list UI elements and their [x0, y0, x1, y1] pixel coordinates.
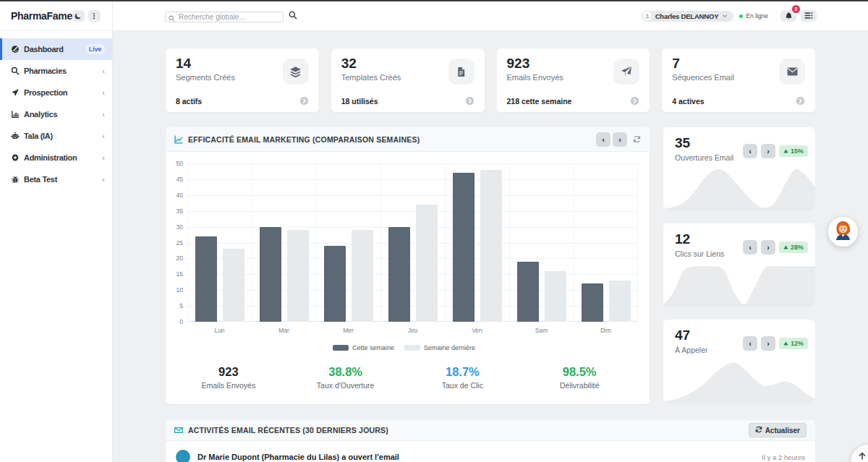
- gauge-icon: [10, 45, 20, 54]
- user-menu-button[interactable]: Charles DELANNOY: [642, 11, 734, 22]
- y-axis-tick: 40: [176, 192, 183, 199]
- chevron-left-icon: ‹: [102, 88, 105, 97]
- sidebar-menu-button[interactable]: [88, 10, 101, 22]
- sparkline-chart: [663, 261, 815, 306]
- v-gridline: [637, 163, 638, 322]
- chart-stats-row: 923Emails Envoyés38.8%Taux d'Ouverture18…: [170, 365, 638, 404]
- dark-mode-button[interactable]: [72, 10, 85, 22]
- live-badge: Live: [85, 44, 105, 54]
- y-axis-tick: 30: [176, 223, 183, 231]
- online-label: En ligne: [746, 12, 768, 20]
- chart-stat-0: 923Emails Envoyés: [170, 365, 287, 390]
- sidebar-item-beta-test[interactable]: Beta Test‹: [0, 168, 112, 190]
- activity-row: Dr Marie Dupont (Pharmacie du Lilas) a o…: [166, 441, 815, 462]
- bar-sam-s0: [517, 262, 539, 322]
- legend-swatch: [333, 345, 349, 351]
- bar-mar-s1: [287, 230, 309, 322]
- search-wrap: [165, 9, 284, 22]
- y-axis-tick: 5: [179, 302, 183, 309]
- sidebar-item-tala-ia[interactable]: Tala (IA)‹: [0, 125, 112, 147]
- stat-card-1: 32Templates Créés18 utilisés: [331, 48, 485, 112]
- trend-change-value: 15%: [791, 147, 804, 155]
- chevron-left-icon: ‹: [102, 153, 105, 162]
- chart-next-button[interactable]: ›: [613, 132, 627, 147]
- bar-jeu-s0: [388, 227, 410, 322]
- sidebar-item-label: Administration: [24, 153, 102, 162]
- kebab-icon: [90, 11, 98, 22]
- circle-chevron-right-icon[interactable]: [299, 96, 309, 106]
- sidebar-item-dashboard[interactable]: DashboardLive: [0, 38, 112, 60]
- trend-prev-button[interactable]: ‹: [743, 144, 757, 158]
- sparkline-chart: [663, 165, 815, 210]
- window-top-strip: [0, 0, 868, 1]
- stat-card-2: 923Emails Envoyés218 cette semaine: [497, 48, 650, 112]
- v-gridline: [316, 163, 317, 322]
- search-input[interactable]: [165, 12, 284, 22]
- bar-mar-s0: [260, 227, 281, 322]
- chevron-right-icon: ›: [767, 339, 770, 348]
- trend-prev-button[interactable]: ‹: [743, 240, 757, 254]
- chevron-right-icon: ›: [618, 135, 621, 144]
- circle-chevron-right-icon[interactable]: [465, 96, 475, 106]
- x-axis-label: Ven: [472, 327, 482, 334]
- activity-text: Dr Marie Dupont (Pharmacie du Lilas) a o…: [197, 450, 399, 461]
- chart-line-icon: [174, 135, 183, 144]
- trend-next-button[interactable]: ›: [761, 240, 775, 254]
- chevron-left-icon: ‹: [102, 132, 105, 140]
- sidebar-item-prospection[interactable]: Prospection‹: [0, 82, 112, 103]
- sidebar-item-analytics[interactable]: Analytics‹: [0, 103, 112, 125]
- bar-mer-s0: [324, 246, 346, 322]
- circle-chevron-right-icon[interactable]: [796, 96, 805, 106]
- refresh-activities-button[interactable]: Actualiser: [749, 423, 807, 437]
- y-axis-tick: 15: [176, 270, 183, 278]
- v-gridline: [187, 163, 188, 322]
- v-gridline: [252, 163, 252, 322]
- chart-plot-area: 05101520253035404550LunMarMerJeuVenSamDi…: [187, 163, 638, 334]
- trend-cards-column: 35Ouvertures Email‹›15%12Clics sur Liens…: [663, 127, 815, 404]
- send-icon: [10, 88, 20, 98]
- trend-change-value: 28%: [791, 244, 804, 251]
- chart-panel-title: EFFICACITÉ EMAIL MARKETING (COMPARAISON …: [188, 135, 420, 144]
- y-axis-tick: 35: [176, 208, 183, 215]
- gridline: [187, 322, 638, 322]
- bar-group-jeu: Jeu: [380, 163, 445, 322]
- y-axis-tick: 50: [176, 160, 183, 167]
- sidebar-item-pharmacies[interactable]: Pharmacies‹: [0, 60, 112, 82]
- stat-card-0: 14Segments Créés8 actifs: [166, 48, 319, 112]
- chart-panel-header: EFFICACITÉ EMAIL MARKETING (COMPARAISON …: [166, 127, 650, 152]
- sidebar-item-administration[interactable]: Administration‹: [0, 147, 112, 168]
- bar-group-ven: Ven: [445, 163, 509, 322]
- assistant-avatar-fab[interactable]: [828, 217, 858, 247]
- user-avatar-icon: [643, 12, 652, 20]
- list-menu-button[interactable]: [801, 10, 817, 22]
- bar-lun-s0: [195, 236, 217, 322]
- stat-footer-text: 8 actifs: [176, 97, 202, 106]
- notifications-button[interactable]: 2: [780, 10, 796, 22]
- chevron-left-icon: ‹: [602, 135, 605, 144]
- trend-next-button[interactable]: ›: [761, 144, 775, 158]
- refresh-icon: [755, 426, 762, 435]
- circle-chevron-right-icon[interactable]: [630, 96, 639, 106]
- gear-icon: [10, 153, 20, 163]
- sidebar: PharmaFame DashboardLivePharmacies‹Prosp…: [0, 1, 113, 462]
- chevron-down-icon: [722, 13, 728, 19]
- y-axis-tick: 25: [176, 239, 183, 247]
- chart-prev-button[interactable]: ‹: [596, 132, 610, 147]
- y-axis-tick: 0: [179, 318, 183, 325]
- stat-cards-row: 14Segments Créés8 actifs32Templates Créé…: [166, 48, 815, 112]
- chart-legend: Cette semaineSemaine dernière: [170, 344, 638, 351]
- bar-dim-s1: [609, 281, 631, 322]
- activity-avatar: [176, 450, 190, 462]
- trend-change-badge: 15%: [779, 145, 808, 157]
- trend-prev-button[interactable]: ‹: [743, 336, 757, 351]
- file-icon: [448, 59, 475, 85]
- search-submit-button[interactable]: [289, 11, 297, 22]
- chevron-left-icon: ‹: [102, 175, 105, 184]
- v-gridline: [445, 163, 446, 322]
- chart-stat-value: 98.5%: [521, 365, 638, 379]
- trend-next-button[interactable]: ›: [761, 336, 775, 351]
- bar-chart: 05101520253035404550LunMarMerJeuVenSamDi…: [166, 152, 650, 404]
- chart-stat-1: 38.8%Taux d'Ouverture: [287, 365, 404, 390]
- bar-ven-s1: [480, 170, 502, 322]
- chart-refresh-icon[interactable]: [633, 135, 641, 143]
